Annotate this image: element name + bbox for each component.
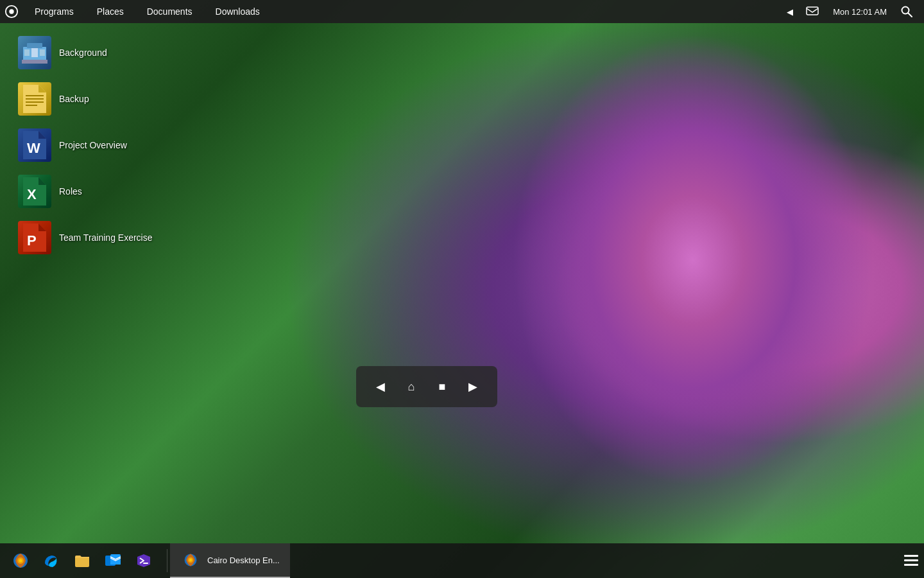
desktop-icon-team-training[interactable]: P Team Training Exercise — [13, 217, 193, 258]
svg-rect-13 — [26, 95, 44, 96]
files-icon — [72, 550, 92, 571]
taskbar-active-app[interactable]: Cairo Desktop En... — [170, 543, 290, 578]
svg-rect-2 — [807, 7, 818, 15]
clock: Mon 12:01 AM — [828, 7, 892, 17]
desktop-icons: Background Backup W Project Overview — [13, 32, 193, 258]
svg-marker-21 — [38, 177, 46, 185]
svg-rect-9 — [24, 49, 30, 56]
menu-places[interactable]: Places — [85, 0, 135, 23]
media-controls: ◀ ⌂ ■ ▶ — [356, 366, 497, 407]
media-prev-button[interactable]: ◀ — [366, 372, 395, 401]
svg-marker-12 — [38, 85, 46, 92]
media-next-button[interactable]: ▶ — [459, 372, 487, 401]
background-label: Background — [59, 48, 107, 58]
project-overview-icon: W — [18, 128, 51, 162]
menu-programs[interactable]: Programs — [23, 0, 85, 23]
svg-rect-10 — [40, 49, 45, 56]
svg-rect-8 — [31, 48, 38, 57]
svg-marker-18 — [38, 131, 46, 139]
svg-rect-39 — [904, 559, 918, 561]
topbar: Programs Places Documents Downloads ◀ Mo… — [0, 0, 924, 23]
back-arrow[interactable]: ◀ — [783, 0, 797, 23]
taskbar-pinned-apps — [0, 543, 164, 578]
svg-point-37 — [189, 559, 192, 561]
team-training-icon: P — [18, 221, 51, 254]
taskbar-outlook[interactable] — [98, 543, 128, 578]
firefox-icon — [10, 550, 31, 571]
active-app-label: Cairo Desktop En... — [207, 556, 280, 565]
svg-line-4 — [909, 13, 912, 17]
edge-icon — [41, 550, 62, 571]
taskbar-separator — [167, 549, 167, 572]
svg-marker-24 — [38, 223, 46, 231]
taskbar-firefox[interactable] — [5, 543, 36, 578]
search-icon[interactable] — [897, 0, 916, 23]
topbar-logo[interactable] — [0, 0, 23, 23]
svg-text:P: P — [27, 232, 37, 249]
background-icon — [18, 36, 51, 69]
active-app-icon — [180, 550, 201, 570]
menu-downloads[interactable]: Downloads — [204, 0, 271, 23]
roles-icon: X — [18, 175, 51, 208]
desktop-icon-background[interactable]: Background — [13, 32, 193, 73]
desktop-icon-backup[interactable]: Backup — [13, 78, 193, 119]
topbar-menu: Programs Places Documents Downloads — [23, 0, 783, 23]
svg-rect-38 — [904, 555, 918, 557]
svg-rect-6 — [27, 43, 42, 48]
svg-rect-29 — [75, 557, 89, 567]
taskbar-files[interactable] — [67, 543, 98, 578]
taskbar-menu-button[interactable] — [898, 543, 924, 578]
project-overview-label: Project Overview — [59, 140, 127, 150]
svg-rect-16 — [26, 105, 37, 106]
vscode-icon — [133, 550, 154, 571]
svg-rect-7 — [22, 60, 47, 64]
roles-label: Roles — [59, 186, 82, 197]
svg-point-1 — [9, 9, 13, 13]
topbar-right: ◀ Mon 12:01 AM — [783, 0, 924, 23]
media-home-button[interactable]: ⌂ — [397, 372, 425, 401]
taskbar: Cairo Desktop En... — [0, 543, 924, 578]
outlook-icon — [103, 550, 123, 571]
taskbar-vscode[interactable] — [128, 543, 159, 578]
svg-text:W: W — [27, 140, 40, 156]
menu-documents[interactable]: Documents — [135, 0, 204, 23]
team-training-label: Team Training Exercise — [59, 232, 153, 243]
notifications-icon[interactable] — [802, 0, 823, 23]
backup-label: Backup — [59, 94, 89, 104]
svg-point-28 — [19, 559, 22, 563]
desktop-icon-project-overview[interactable]: W Project Overview — [13, 125, 193, 166]
desktop-icon-roles[interactable]: X Roles — [13, 171, 193, 212]
svg-text:X: X — [27, 186, 37, 202]
taskbar-edge[interactable] — [36, 543, 67, 578]
backup-icon — [18, 82, 51, 116]
svg-rect-40 — [904, 564, 918, 566]
media-stop-button[interactable]: ■ — [428, 372, 456, 401]
svg-rect-14 — [26, 98, 44, 100]
svg-rect-15 — [26, 101, 44, 103]
